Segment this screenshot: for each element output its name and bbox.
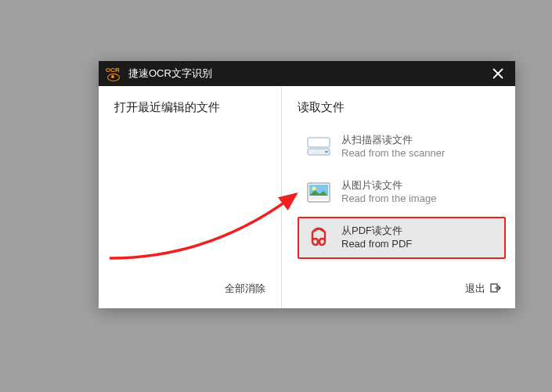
option-label-cn: 从扫描器读文件 bbox=[341, 134, 445, 147]
recent-files-panel: 打开最近编辑的文件 全部消除 bbox=[99, 86, 282, 308]
option-label-cn: 从PDF读文件 bbox=[341, 225, 412, 238]
svg-rect-8 bbox=[309, 196, 328, 200]
svg-rect-2 bbox=[308, 138, 330, 147]
exit-label: 退出 bbox=[465, 282, 485, 296]
svg-rect-4 bbox=[325, 151, 328, 153]
image-icon bbox=[305, 179, 332, 206]
dialog-content: 打开最近编辑的文件 全部消除 读取文件 从扫描器读文件 Read from th… bbox=[99, 86, 515, 308]
exit-icon bbox=[490, 282, 501, 296]
svg-point-7 bbox=[312, 187, 316, 191]
recent-files-title: 打开最近编辑的文件 bbox=[114, 100, 265, 115]
exit-button[interactable]: 退出 bbox=[298, 282, 506, 299]
ocr-start-dialog: OCR 捷速OCR文字识别 打开最近编辑的文件 全部消除 读取文件 bbox=[99, 61, 515, 308]
app-logo-icon: OCR bbox=[103, 64, 122, 83]
pdf-icon bbox=[305, 225, 332, 251]
option-label-en: Read from the image bbox=[341, 192, 436, 206]
clear-all-button[interactable]: 全部消除 bbox=[114, 282, 265, 299]
option-label-cn: 从图片读文件 bbox=[341, 179, 436, 192]
read-file-title: 读取文件 bbox=[298, 100, 506, 115]
read-from-pdf-option[interactable]: 从PDF读文件 Read from PDF bbox=[298, 217, 506, 259]
titlebar: OCR 捷速OCR文字识别 bbox=[99, 61, 515, 86]
read-file-panel: 读取文件 从扫描器读文件 Read from the scanner bbox=[282, 86, 515, 308]
option-label-en: Read from the scanner bbox=[341, 147, 445, 160]
option-label-en: Read from PDF bbox=[341, 238, 412, 251]
read-from-image-option[interactable]: 从图片读文件 Read from the image bbox=[298, 171, 506, 214]
scanner-icon bbox=[305, 134, 332, 160]
window-title: 捷速OCR文字识别 bbox=[128, 67, 485, 81]
close-icon bbox=[492, 68, 503, 79]
read-from-scanner-option[interactable]: 从扫描器读文件 Read from the scanner bbox=[298, 126, 506, 168]
close-button[interactable] bbox=[485, 61, 511, 86]
